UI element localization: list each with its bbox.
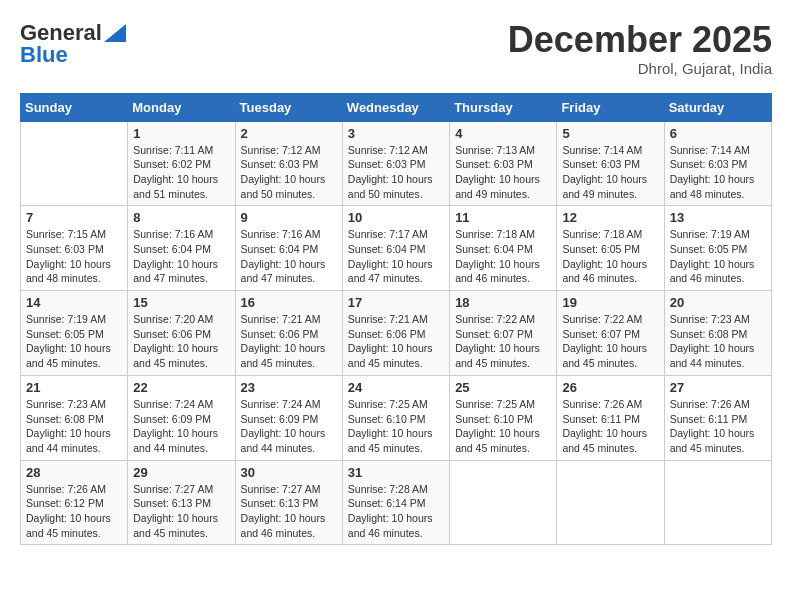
sunset-text: Sunset: 6:10 PM [455, 413, 533, 425]
day-number: 17 [348, 295, 444, 310]
sunrise-text: Sunrise: 7:23 AM [670, 313, 750, 325]
calendar-cell [450, 460, 557, 545]
sunset-text: Sunset: 6:11 PM [670, 413, 748, 425]
sunset-text: Sunset: 6:06 PM [348, 328, 426, 340]
calendar-cell: 25 Sunrise: 7:25 AM Sunset: 6:10 PM Dayl… [450, 375, 557, 460]
sunrise-text: Sunrise: 7:17 AM [348, 228, 428, 240]
daylight-text: Daylight: 10 hours and 45 minutes. [348, 342, 433, 369]
daylight-text: Daylight: 10 hours and 45 minutes. [133, 342, 218, 369]
day-number: 6 [670, 126, 766, 141]
calendar-table: SundayMondayTuesdayWednesdayThursdayFrid… [20, 93, 772, 546]
svg-marker-0 [104, 24, 126, 42]
daylight-text: Daylight: 10 hours and 45 minutes. [348, 427, 433, 454]
sunset-text: Sunset: 6:06 PM [133, 328, 211, 340]
daylight-text: Daylight: 10 hours and 44 minutes. [670, 342, 755, 369]
calendar-cell: 28 Sunrise: 7:26 AM Sunset: 6:12 PM Dayl… [21, 460, 128, 545]
day-number: 20 [670, 295, 766, 310]
daylight-text: Daylight: 10 hours and 45 minutes. [455, 427, 540, 454]
daylight-text: Daylight: 10 hours and 45 minutes. [455, 342, 540, 369]
header-sunday: Sunday [21, 93, 128, 121]
sunrise-text: Sunrise: 7:19 AM [670, 228, 750, 240]
day-number: 12 [562, 210, 658, 225]
sunset-text: Sunset: 6:09 PM [241, 413, 319, 425]
daylight-text: Daylight: 10 hours and 46 minutes. [348, 512, 433, 539]
daylight-text: Daylight: 10 hours and 46 minutes. [670, 258, 755, 285]
sunrise-text: Sunrise: 7:27 AM [133, 483, 213, 495]
logo: General Blue [20, 20, 126, 68]
header-tuesday: Tuesday [235, 93, 342, 121]
sunrise-text: Sunrise: 7:23 AM [26, 398, 106, 410]
sunset-text: Sunset: 6:02 PM [133, 158, 211, 170]
calendar-week-row: 7 Sunrise: 7:15 AM Sunset: 6:03 PM Dayli… [21, 206, 772, 291]
calendar-subtitle: Dhrol, Gujarat, India [508, 60, 772, 77]
day-number: 1 [133, 126, 229, 141]
daylight-text: Daylight: 10 hours and 51 minutes. [133, 173, 218, 200]
sunrise-text: Sunrise: 7:18 AM [455, 228, 535, 240]
sunset-text: Sunset: 6:03 PM [348, 158, 426, 170]
day-number: 9 [241, 210, 337, 225]
calendar-week-row: 21 Sunrise: 7:23 AM Sunset: 6:08 PM Dayl… [21, 375, 772, 460]
sunrise-text: Sunrise: 7:21 AM [241, 313, 321, 325]
sunrise-text: Sunrise: 7:22 AM [455, 313, 535, 325]
sunrise-text: Sunrise: 7:14 AM [670, 144, 750, 156]
calendar-cell: 5 Sunrise: 7:14 AM Sunset: 6:03 PM Dayli… [557, 121, 664, 206]
sunrise-text: Sunrise: 7:25 AM [455, 398, 535, 410]
sunrise-text: Sunrise: 7:27 AM [241, 483, 321, 495]
sunrise-text: Sunrise: 7:12 AM [348, 144, 428, 156]
sunrise-text: Sunrise: 7:12 AM [241, 144, 321, 156]
day-number: 19 [562, 295, 658, 310]
daylight-text: Daylight: 10 hours and 49 minutes. [455, 173, 540, 200]
sunset-text: Sunset: 6:13 PM [241, 497, 319, 509]
calendar-cell: 3 Sunrise: 7:12 AM Sunset: 6:03 PM Dayli… [342, 121, 449, 206]
calendar-cell: 30 Sunrise: 7:27 AM Sunset: 6:13 PM Dayl… [235, 460, 342, 545]
sunset-text: Sunset: 6:13 PM [133, 497, 211, 509]
sunset-text: Sunset: 6:03 PM [562, 158, 640, 170]
sunset-text: Sunset: 6:05 PM [26, 328, 104, 340]
sunset-text: Sunset: 6:03 PM [26, 243, 104, 255]
daylight-text: Daylight: 10 hours and 47 minutes. [241, 258, 326, 285]
daylight-text: Daylight: 10 hours and 49 minutes. [562, 173, 647, 200]
day-number: 27 [670, 380, 766, 395]
day-number: 25 [455, 380, 551, 395]
header-saturday: Saturday [664, 93, 771, 121]
calendar-cell: 20 Sunrise: 7:23 AM Sunset: 6:08 PM Dayl… [664, 291, 771, 376]
calendar-cell: 26 Sunrise: 7:26 AM Sunset: 6:11 PM Dayl… [557, 375, 664, 460]
daylight-text: Daylight: 10 hours and 45 minutes. [26, 512, 111, 539]
daylight-text: Daylight: 10 hours and 45 minutes. [241, 342, 326, 369]
day-number: 28 [26, 465, 122, 480]
day-number: 10 [348, 210, 444, 225]
sunset-text: Sunset: 6:09 PM [133, 413, 211, 425]
sunrise-text: Sunrise: 7:16 AM [133, 228, 213, 240]
day-number: 30 [241, 465, 337, 480]
calendar-cell: 12 Sunrise: 7:18 AM Sunset: 6:05 PM Dayl… [557, 206, 664, 291]
calendar-week-row: 14 Sunrise: 7:19 AM Sunset: 6:05 PM Dayl… [21, 291, 772, 376]
day-number: 24 [348, 380, 444, 395]
calendar-cell: 9 Sunrise: 7:16 AM Sunset: 6:04 PM Dayli… [235, 206, 342, 291]
calendar-cell: 16 Sunrise: 7:21 AM Sunset: 6:06 PM Dayl… [235, 291, 342, 376]
sunset-text: Sunset: 6:04 PM [241, 243, 319, 255]
sunset-text: Sunset: 6:08 PM [670, 328, 748, 340]
header-monday: Monday [128, 93, 235, 121]
calendar-cell: 21 Sunrise: 7:23 AM Sunset: 6:08 PM Dayl… [21, 375, 128, 460]
day-number: 18 [455, 295, 551, 310]
sunset-text: Sunset: 6:05 PM [670, 243, 748, 255]
sunrise-text: Sunrise: 7:26 AM [670, 398, 750, 410]
sunset-text: Sunset: 6:04 PM [455, 243, 533, 255]
calendar-cell: 19 Sunrise: 7:22 AM Sunset: 6:07 PM Dayl… [557, 291, 664, 376]
day-number: 23 [241, 380, 337, 395]
sunset-text: Sunset: 6:07 PM [562, 328, 640, 340]
calendar-cell: 11 Sunrise: 7:18 AM Sunset: 6:04 PM Dayl… [450, 206, 557, 291]
calendar-cell: 2 Sunrise: 7:12 AM Sunset: 6:03 PM Dayli… [235, 121, 342, 206]
title-block: December 2025 Dhrol, Gujarat, India [508, 20, 772, 77]
sunset-text: Sunset: 6:10 PM [348, 413, 426, 425]
day-number: 2 [241, 126, 337, 141]
day-number: 21 [26, 380, 122, 395]
day-number: 26 [562, 380, 658, 395]
calendar-week-row: 28 Sunrise: 7:26 AM Sunset: 6:12 PM Dayl… [21, 460, 772, 545]
sunset-text: Sunset: 6:07 PM [455, 328, 533, 340]
calendar-cell: 15 Sunrise: 7:20 AM Sunset: 6:06 PM Dayl… [128, 291, 235, 376]
calendar-title: December 2025 [508, 20, 772, 60]
sunrise-text: Sunrise: 7:24 AM [241, 398, 321, 410]
sunset-text: Sunset: 6:05 PM [562, 243, 640, 255]
logo-icon [104, 24, 126, 42]
